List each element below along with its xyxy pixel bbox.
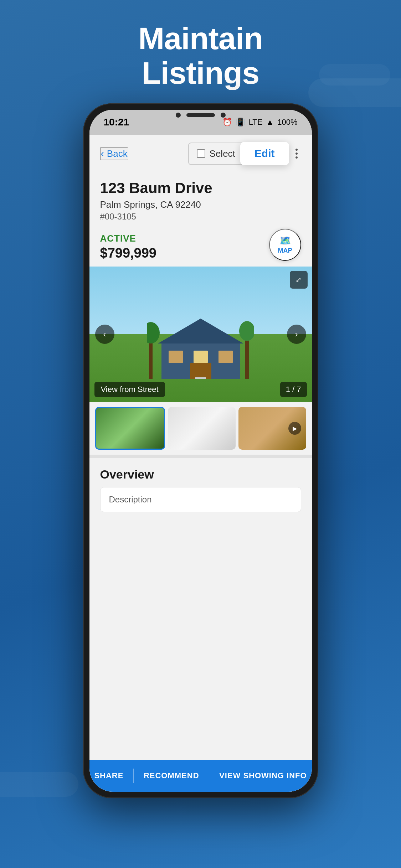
svg-rect-3 — [194, 351, 208, 363]
svg-rect-5 — [190, 363, 211, 379]
svg-rect-9 — [245, 336, 249, 379]
checkbox-icon — [197, 149, 205, 158]
cloud-decoration-3 — [0, 772, 78, 797]
status-icons: ⏰ 📳 LTE ▲ 100% — [222, 118, 298, 127]
alarm-icon: ⏰ — [222, 118, 232, 127]
more-dot-1 — [295, 149, 298, 151]
listing-status: ACTIVE — [100, 233, 157, 244]
house-scene — [89, 267, 312, 402]
house-illustration — [147, 308, 254, 381]
share-button[interactable]: SHARE — [94, 771, 123, 780]
select-button[interactable]: Select — [188, 143, 244, 165]
camera-dot-1 — [176, 113, 181, 118]
nav-actions: Select Edit — [188, 142, 301, 165]
page-title-line1: Maintain — [0, 21, 401, 56]
bottom-divider-1 — [133, 769, 134, 783]
page-title-container: Maintain Listings — [0, 21, 401, 91]
battery-icon: 100% — [277, 118, 297, 127]
section-divider — [89, 455, 312, 458]
map-label: MAP — [278, 247, 292, 254]
more-dot-3 — [295, 156, 298, 159]
image-carousel: ⤢ ‹ › View from Street 1 / 7 — [89, 267, 312, 402]
back-label: Back — [107, 148, 128, 159]
vibrate-icon: 📳 — [236, 118, 245, 127]
back-button[interactable]: ‹ Back — [100, 147, 128, 160]
more-options-button[interactable] — [292, 145, 301, 162]
recommend-button[interactable]: RECOMMEND — [144, 771, 199, 780]
thumbnail-1[interactable] — [95, 407, 165, 450]
play-icon: ▶ — [288, 422, 301, 435]
carousel-main-image — [89, 267, 312, 402]
speaker — [186, 113, 215, 117]
edit-button[interactable]: Edit — [240, 142, 289, 165]
listing-status-price: ACTIVE $799,999 — [100, 233, 157, 261]
svg-rect-6 — [195, 377, 206, 379]
bottom-bar: SHARE RECOMMEND VIEW SHOWING INFO — [89, 760, 312, 792]
svg-point-8 — [147, 322, 160, 343]
camera-dot-2 — [221, 113, 226, 118]
bottom-divider-2 — [209, 769, 209, 783]
svg-rect-2 — [169, 351, 183, 363]
overview-title: Overview — [100, 467, 301, 481]
network-label: LTE — [249, 118, 263, 127]
svg-point-10 — [239, 321, 254, 341]
overview-section: Overview Description — [89, 458, 312, 518]
edit-label: Edit — [255, 148, 275, 159]
map-icon: 🗺️ — [279, 235, 291, 246]
thumbnail-row: ▶ — [89, 402, 312, 455]
listing-city: Palm Springs, CA 92240 — [100, 199, 301, 210]
top-nav: ‹ Back Select Edit — [89, 135, 312, 169]
phone-frame: 10:21 ⏰ 📳 LTE ▲ 100% ‹ Back — [83, 103, 318, 798]
carousel-count: 1 / 7 — [280, 382, 307, 397]
listing-price: $799,999 — [100, 246, 157, 261]
description-box: Description — [100, 487, 301, 512]
description-label: Description — [109, 495, 152, 504]
map-button[interactable]: 🗺️ MAP — [269, 229, 301, 261]
status-time: 10:21 — [104, 117, 129, 128]
view-showing-info-button[interactable]: VIEW SHOWING INFO — [219, 771, 307, 780]
thumbnail-2[interactable] — [168, 407, 236, 450]
phone-screen: 10:21 ⏰ 📳 LTE ▲ 100% ‹ Back — [89, 110, 312, 792]
app-content: ‹ Back Select Edit — [89, 135, 312, 792]
page-title: Maintain Listings — [0, 21, 401, 91]
page-title-line2: Listings — [0, 56, 401, 91]
back-chevron-icon: ‹ — [101, 148, 104, 159]
carousel-prev-button[interactable]: ‹ — [95, 325, 114, 344]
listing-info: 123 Baum Drive Palm Springs, CA 92240 #0… — [89, 169, 312, 267]
listing-id: #00-3105 — [100, 212, 301, 222]
select-label: Select — [210, 148, 235, 159]
camera-area — [176, 113, 226, 118]
svg-marker-1 — [158, 319, 243, 343]
listing-address: 123 Baum Drive — [100, 179, 301, 197]
carousel-label: View from Street — [94, 382, 165, 397]
listing-status-row: ACTIVE $799,999 🗺️ MAP — [100, 229, 301, 261]
signal-icon: ▲ — [266, 118, 274, 127]
more-dot-2 — [295, 153, 298, 155]
svg-rect-4 — [219, 351, 233, 363]
expand-button[interactable]: ⤢ — [290, 271, 308, 289]
thumbnail-3[interactable]: ▶ — [238, 407, 306, 450]
carousel-next-button[interactable]: › — [287, 325, 306, 344]
